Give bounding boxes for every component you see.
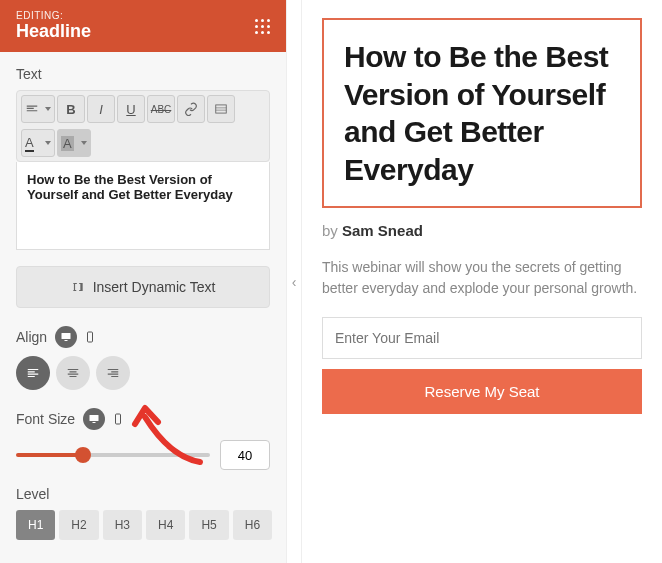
collapse-sidebar-button[interactable]: ‹ xyxy=(286,0,302,563)
fontsize-desktop-icon[interactable] xyxy=(83,408,105,430)
editing-label: EDITING: xyxy=(16,10,91,21)
preview-description: This webinar will show you the secrets o… xyxy=(322,257,642,299)
level-label: Level xyxy=(16,486,270,502)
align-desktop-icon[interactable] xyxy=(55,326,77,348)
align-left-button[interactable] xyxy=(16,356,50,390)
preview-title: How to Be the Best Version of Yourself a… xyxy=(344,38,620,188)
text-toolbar: B I U ABC A A xyxy=(16,90,270,162)
align-mobile-icon[interactable] xyxy=(79,326,101,348)
text-section-label: Text xyxy=(16,66,270,82)
font-size-input[interactable] xyxy=(220,440,270,470)
bold-button[interactable]: B xyxy=(57,95,85,123)
reserve-seat-button[interactable]: Reserve My Seat xyxy=(322,369,642,414)
paragraph-format-button[interactable] xyxy=(21,95,55,123)
svg-rect-6 xyxy=(90,415,99,421)
level-h3-button[interactable]: H3 xyxy=(103,510,142,540)
insert-dynamic-text-button[interactable]: Insert Dynamic Text xyxy=(16,266,270,308)
underline-button[interactable]: U xyxy=(117,95,145,123)
svg-rect-8 xyxy=(116,414,121,424)
fontsize-mobile-icon[interactable] xyxy=(107,408,129,430)
dynamic-text-icon xyxy=(71,280,85,294)
headline-preview-box[interactable]: How to Be the Best Version of Yourself a… xyxy=(322,18,642,208)
text-color-button[interactable]: A xyxy=(21,129,55,157)
author-name: Sam Snead xyxy=(342,222,423,239)
font-size-slider[interactable] xyxy=(16,453,210,457)
preview-pane: How to Be the Best Version of Yourself a… xyxy=(302,0,662,563)
element-name: Headline xyxy=(16,21,91,42)
byline: by Sam Snead xyxy=(322,222,642,239)
svg-rect-5 xyxy=(88,332,93,342)
svg-rect-3 xyxy=(62,333,71,339)
align-center-button[interactable] xyxy=(56,356,90,390)
level-h2-button[interactable]: H2 xyxy=(59,510,98,540)
align-right-button[interactable] xyxy=(96,356,130,390)
editor-sidebar: EDITING: Headline Text B I U ABC A A How… xyxy=(0,0,286,563)
italic-button[interactable]: I xyxy=(87,95,115,123)
svg-rect-4 xyxy=(65,340,68,341)
table-button[interactable] xyxy=(207,95,235,123)
drag-handle-icon[interactable] xyxy=(255,19,270,34)
level-h5-button[interactable]: H5 xyxy=(189,510,228,540)
headline-textarea[interactable]: How to Be the Best Version of Yourself a… xyxy=(16,162,270,250)
editor-header: EDITING: Headline xyxy=(0,0,286,52)
svg-rect-7 xyxy=(93,422,96,423)
editor-panel: Text B I U ABC A A How to Be the Best Ve… xyxy=(0,52,286,563)
link-button[interactable] xyxy=(177,95,205,123)
level-h1-button[interactable]: H1 xyxy=(16,510,55,540)
font-size-label-row: Font Size xyxy=(16,408,270,430)
svg-rect-0 xyxy=(216,105,227,113)
align-label-row: Align xyxy=(16,326,270,348)
highlight-color-button[interactable]: A xyxy=(57,129,91,157)
strikethrough-button[interactable]: ABC xyxy=(147,95,175,123)
level-h6-button[interactable]: H6 xyxy=(233,510,272,540)
level-h4-button[interactable]: H4 xyxy=(146,510,185,540)
email-input[interactable] xyxy=(322,317,642,359)
